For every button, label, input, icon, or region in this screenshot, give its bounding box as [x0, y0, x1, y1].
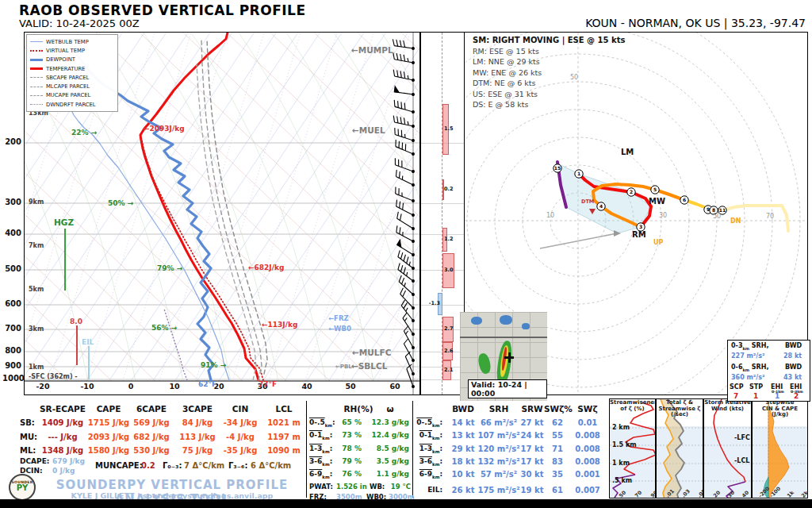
shear-value: 57 m²/s²: [476, 470, 522, 479]
omega-header: ω: [381, 404, 400, 414]
shear-value: 71: [544, 444, 571, 453]
annotation: ←WB0: [328, 325, 351, 333]
storm-motion-line: MW: ENE @ 26 kts: [473, 67, 625, 79]
temperature-tick: 40: [295, 382, 319, 391]
wetbulb-line-sample: [30, 41, 43, 42]
annotation: 22% →: [71, 129, 97, 137]
shear-row-label: 6-9km:: [412, 470, 442, 479]
annotation: 10: [546, 212, 554, 219]
mixing-ratio-value: 3.5 g/kg: [368, 457, 409, 465]
omega-bar-value: 2.7: [444, 325, 454, 332]
pressure-tick: 800: [2, 346, 21, 355]
thermo-value: 1715 J/kg: [86, 418, 132, 427]
height-label: 9km: [29, 198, 44, 206]
annotation: 8.0: [70, 318, 82, 325]
wb-label: WB:: [370, 483, 385, 491]
streamwiseness-panel-title: Streamwisenessof ζ (%): [610, 400, 655, 412]
shear-header: SRH: [476, 404, 522, 414]
thermo-row-label: SB:: [20, 418, 35, 427]
annotation: 70: [766, 213, 774, 220]
shear-value: 14 kt: [449, 418, 477, 427]
svg-text:2: 2: [630, 189, 633, 194]
shear-value: 175 m²/s²: [476, 486, 522, 495]
storm-motion-line: US: ESE @ 31 kts: [473, 89, 625, 100]
bwd-header: BWD: [785, 364, 802, 371]
shear-value: 30 kt: [517, 470, 547, 479]
rh-row-label: 0-.5km:: [309, 418, 335, 428]
rh-row-label: 0-1km:: [309, 431, 332, 441]
rh-value: 76 %: [336, 470, 362, 478]
annotation: RM: [632, 230, 646, 239]
annotation: ←PBL: [335, 364, 352, 370]
annotation: ←682J/kg: [248, 264, 284, 271]
legend-item: DWNDRFT PARCEL: [30, 100, 114, 109]
omega-bar-value: 0.2: [444, 186, 454, 192]
pwat-value: 1.526 in: [336, 483, 367, 491]
composite-value: 1: [753, 392, 758, 400]
mixing-ratio-value: 12.4 g/kg: [368, 431, 409, 439]
shear-row-label: EIL:: [412, 486, 442, 494]
eil-line: [88, 346, 90, 379]
thermo-row-label: ML:: [20, 446, 36, 455]
temperature-tick: 0: [119, 382, 143, 391]
svg-text:3: 3: [639, 224, 642, 229]
lapse-0-3-label: Γ₀₋₃:: [163, 461, 182, 470]
radar-map-inset: Valid: 10-24 | 00:00: [460, 312, 547, 401]
omega-bar-value: 2.6: [444, 348, 454, 354]
storm-motion-line: DTM: NE @ 6 kts: [473, 78, 625, 89]
thermo-value: 530 J/kg: [130, 446, 173, 455]
thermo-value: 1197 m: [265, 433, 303, 441]
omega-bar-value: -1.3: [423, 300, 440, 306]
rh-header: RH(%): [343, 404, 374, 414]
srh-stats-box: 0-3km SRH,BWD227 m²/s²28 kt0-6km SRH,BWD…: [727, 340, 810, 402]
storm-motion-info: SM: RIGHT MOVING | ESE @ 15 ktsRM: ESE @…: [473, 35, 625, 110]
pressure-tick: 600: [2, 299, 21, 308]
annotation: ←MUMPL: [351, 45, 393, 55]
figure-canvas: RAOB OBSERVED VERTICAL PROFILE VALID: 10…: [0, 0, 812, 508]
shear-value: 132 m²/s²: [476, 457, 522, 466]
shear-value: 17 kt: [517, 444, 547, 453]
annotation: ←SBLCL: [351, 361, 387, 371]
thermo-row-label: MU:: [20, 433, 37, 441]
svg-text:15: 15: [554, 165, 561, 171]
thermo-header: SR-ECAPE: [38, 404, 87, 414]
legend-item-label: DWNDRFT PARCEL: [46, 102, 96, 108]
height-label: 1km: [29, 364, 44, 371]
annotation: 1 km: [612, 460, 630, 467]
annotation: EIL: [82, 338, 94, 346]
stepwise-cape-panel: StepwiseCIN & CAPE(J/kg)-200-1001k2k: [752, 398, 808, 498]
svg-text:6: 6: [683, 197, 686, 202]
thermo-value: 1348 J/kg: [38, 446, 87, 455]
thermo-value: 1021 m: [265, 418, 303, 427]
shear-value: 18 kt: [449, 457, 477, 466]
shear-header: SWζ%: [544, 404, 571, 414]
annotation: DTM: [581, 198, 594, 205]
shear-value: 0.008: [571, 457, 604, 466]
srw-panel: Storm RelativeWind (kts)203040: [703, 398, 752, 498]
shear-value: 17 kt: [517, 457, 547, 466]
legend-item: SBCAPE PARCEL: [30, 73, 114, 82]
height-label: 5km: [29, 286, 44, 293]
thermo-header: CIN: [222, 404, 259, 414]
pwat-label: PWAT:: [309, 483, 333, 491]
composite-value: 2: [794, 392, 799, 400]
rh-row-label: 6-9km:: [309, 470, 332, 479]
wb-value: 19 °C: [389, 483, 411, 491]
mixing-ratio-value: 1.1 g/kg: [368, 470, 409, 478]
rh-value: 78 %: [336, 444, 362, 452]
storm-motion-line: RM: ESE @ 15 kts: [473, 46, 625, 57]
omega-bar-value: 1.2: [444, 236, 454, 242]
temperature-tick: 50: [339, 382, 362, 391]
shear-value: 0.007: [571, 486, 604, 495]
pressure-tick: 1000: [2, 374, 21, 383]
annotation: 56% →: [151, 324, 177, 332]
bwd-header: BWD: [785, 342, 802, 349]
annotation: ←MUEL: [352, 125, 385, 135]
dcape-line: [76, 325, 78, 365]
lapse-3-6-label: Γ₃₋₆:: [228, 461, 247, 470]
height-label: 3km: [29, 325, 44, 333]
storm-motion-line: DS: E @ 58 kts: [473, 99, 625, 110]
shear-value: 55: [544, 431, 571, 440]
thermo-header: 6CAPE: [130, 404, 173, 414]
shear-value: 19 kt: [517, 486, 547, 495]
